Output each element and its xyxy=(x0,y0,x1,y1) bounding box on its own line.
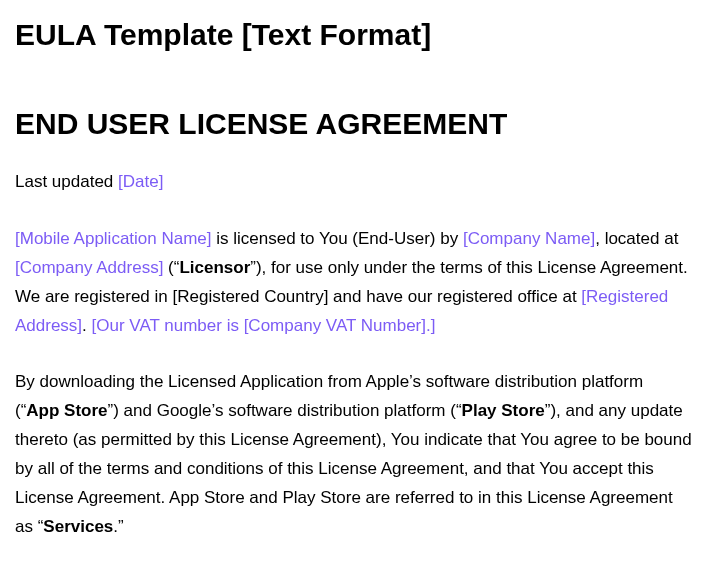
text: (“ xyxy=(163,258,179,277)
play-store-term: Play Store xyxy=(462,401,545,420)
document-heading: END USER LICENSE AGREEMENT xyxy=(15,104,692,143)
page-title: EULA Template [Text Format] xyxy=(15,15,692,54)
intro-paragraph-1: [Mobile Application Name] is licensed to… xyxy=(15,225,692,341)
text: is licensed to You (End-User) by xyxy=(212,229,463,248)
vat-number-placeholder: [Our VAT number is [Company VAT Number].… xyxy=(92,316,436,335)
services-term: Services xyxy=(43,517,113,536)
licensor-term: Licensor xyxy=(179,258,250,277)
text: ”) and Google’s software distribution pl… xyxy=(108,401,462,420)
last-updated: Last updated [Date] xyxy=(15,168,692,197)
last-updated-label: Last updated xyxy=(15,172,118,191)
app-store-term: App Store xyxy=(26,401,107,420)
company-name-placeholder: [Company Name] xyxy=(463,229,595,248)
mobile-app-name-placeholder: [Mobile Application Name] xyxy=(15,229,212,248)
text: .” xyxy=(113,517,123,536)
intro-paragraph-2: By downloading the Licensed Application … xyxy=(15,368,692,541)
text: , located at xyxy=(595,229,678,248)
company-address-placeholder: [Company Address] xyxy=(15,258,163,277)
text: . xyxy=(82,316,91,335)
text: ”), and any update thereto (as permitted… xyxy=(15,401,692,536)
date-placeholder: [Date] xyxy=(118,172,163,191)
